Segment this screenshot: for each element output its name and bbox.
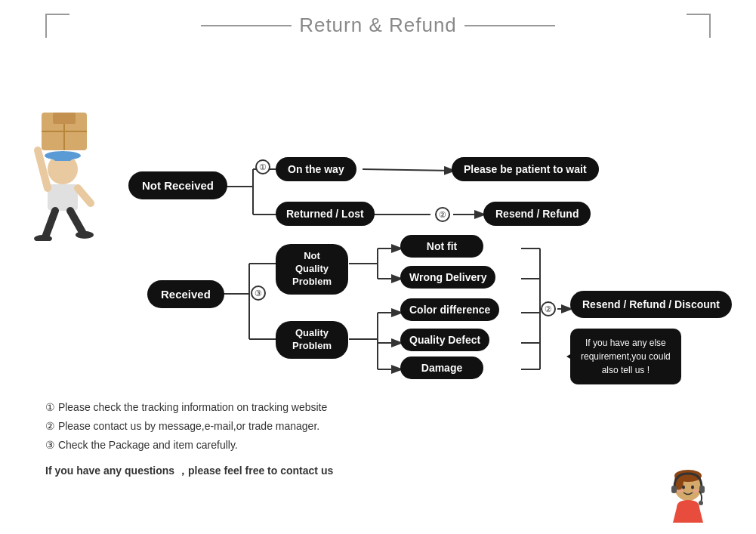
resend-refund-label: Resend / Refund [483,202,591,226]
svg-line-36 [78,188,91,203]
svg-point-47 [693,489,699,493]
color-difference-label: Color difference [400,298,499,321]
customer-service-icon [658,466,718,526]
any-requirement-tooltip: If you have any elserequirement,you coul… [570,329,681,384]
note-2: ② Please contact us by message,e-mail,or… [45,417,711,436]
returned-lost-label: Returned / Lost [276,202,375,226]
resend-refund-discount-label: Resend / Refund / Discount [570,291,732,318]
svg-point-50 [699,501,703,505]
delivery-man-icon [11,90,110,241]
please-be-patient-label: Please be patient to wait [452,157,599,181]
wrong-delivery-label: Wrong Delivery [400,266,495,289]
damage-label: Damage [400,357,483,379]
circle-num-3: ③ [251,286,266,301]
circle-num-2b: ② [541,301,556,316]
svg-point-45 [691,486,694,489]
note-1: ① Please check the tracking information … [45,398,711,417]
svg-line-38 [70,211,83,233]
on-the-way-label: On the way [276,157,356,181]
page-title: Return & Refund [299,14,457,37]
svg-line-4 [363,169,453,171]
diagram: Not Received ① On the way Returned / Los… [0,45,756,392]
not-quality-problem-label: NotQualityProblem [276,244,348,295]
svg-point-40 [76,231,94,239]
quality-problem-label: QualityProblem [276,321,348,359]
circle-num-1a: ① [255,159,270,174]
title-area: Return & Refund [0,0,756,37]
not-fit-label: Not fit [400,235,483,258]
svg-line-37 [45,211,55,237]
svg-rect-33 [54,152,72,161]
svg-point-46 [677,489,683,493]
svg-rect-30 [53,113,76,124]
note-3: ③ Check the Package and item carefully. [45,436,711,455]
not-received-label: Not Received [128,171,227,199]
any-requirement-text: If you have any elserequirement,you coul… [581,338,671,375]
svg-point-44 [682,486,685,489]
svg-rect-48 [671,486,677,493]
received-label: Received [147,280,224,308]
circle-num-2a: ② [435,207,450,222]
contact-text: If you have any questions ，please feel f… [45,461,711,480]
quality-defect-label: Quality Defect [400,329,489,351]
svg-rect-34 [48,184,78,211]
bottom-notes: ① Please check the tracking information … [0,392,756,480]
